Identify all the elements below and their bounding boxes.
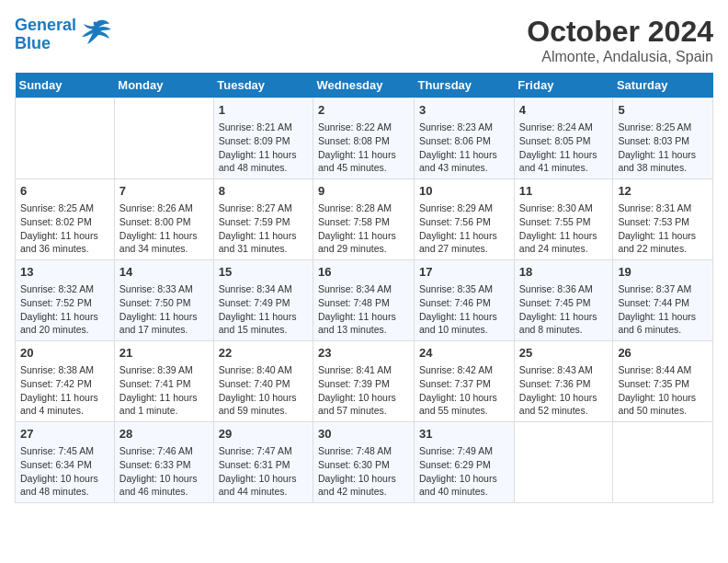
daylight: Daylight: 11 hours and 38 minutes. — [618, 149, 696, 174]
daylight: Daylight: 10 hours and 52 minutes. — [519, 392, 597, 417]
sunset: Sunset: 7:45 PM — [519, 297, 591, 308]
daylight: Daylight: 11 hours and 10 minutes. — [419, 311, 497, 336]
sunset: Sunset: 8:06 PM — [419, 135, 491, 146]
calendar-cell: 11 Sunrise: 8:30 AM Sunset: 7:55 PM Dayl… — [514, 179, 613, 260]
day-number: 6 — [20, 183, 109, 200]
sunrise: Sunrise: 8:34 AM — [318, 283, 392, 294]
sunset: Sunset: 8:08 PM — [318, 135, 390, 146]
day-number: 26 — [618, 345, 708, 362]
calendar-cell: 23 Sunrise: 8:41 AM Sunset: 7:39 PM Dayl… — [313, 341, 415, 422]
sunset: Sunset: 7:44 PM — [618, 297, 689, 308]
calendar-table: SundayMondayTuesdayWednesdayThursdayFrid… — [15, 73, 713, 503]
sunset: Sunset: 7:40 PM — [219, 378, 290, 389]
sunrise: Sunrise: 8:33 AM — [119, 283, 193, 294]
sunrise: Sunrise: 8:24 AM — [519, 121, 593, 132]
calendar-cell: 6 Sunrise: 8:25 AM Sunset: 8:02 PM Dayli… — [16, 179, 115, 260]
sunset: Sunset: 6:31 PM — [219, 459, 290, 470]
sunset: Sunset: 7:49 PM — [219, 297, 290, 308]
daylight: Daylight: 11 hours and 15 minutes. — [219, 311, 297, 336]
sunrise: Sunrise: 8:38 AM — [20, 364, 94, 375]
sunrise: Sunrise: 8:25 AM — [618, 121, 691, 132]
sunset: Sunset: 7:46 PM — [419, 297, 491, 308]
sunrise: Sunrise: 7:49 AM — [419, 445, 493, 456]
day-number: 27 — [20, 426, 109, 442]
sunrise: Sunrise: 8:39 AM — [119, 364, 193, 375]
sunrise: Sunrise: 8:29 AM — [419, 202, 493, 213]
calendar-cell: 5 Sunrise: 8:25 AM Sunset: 8:03 PM Dayli… — [613, 98, 713, 179]
logo-text: GeneralBlue — [15, 17, 76, 53]
calendar-cell: 16 Sunrise: 8:34 AM Sunset: 7:48 PM Dayl… — [313, 260, 415, 341]
sunrise: Sunrise: 8:40 AM — [219, 364, 292, 375]
header-cell-sunday: Sunday — [16, 73, 115, 98]
header-cell-friday: Friday — [514, 73, 613, 98]
day-number: 20 — [20, 345, 109, 362]
calendar-cell: 8 Sunrise: 8:27 AM Sunset: 7:59 PM Dayli… — [213, 179, 313, 260]
day-number: 30 — [318, 426, 409, 442]
sunrise: Sunrise: 8:37 AM — [618, 283, 691, 294]
calendar-cell — [514, 422, 613, 503]
daylight: Daylight: 11 hours and 27 minutes. — [419, 230, 497, 255]
daylight: Daylight: 11 hours and 8 minutes. — [519, 311, 597, 336]
sunrise: Sunrise: 8:32 AM — [20, 283, 94, 294]
sunrise: Sunrise: 8:23 AM — [419, 121, 493, 132]
day-number: 12 — [618, 183, 708, 200]
page-subtitle: Almonte, Andalusia, Spain — [527, 49, 713, 65]
daylight: Daylight: 11 hours and 43 minutes. — [419, 149, 497, 174]
page-header: GeneralBlue October 2024 Almonte, Andalu… — [15, 15, 713, 65]
day-number: 2 — [318, 102, 409, 119]
day-number: 5 — [618, 102, 708, 119]
day-number: 19 — [618, 264, 708, 281]
header-cell-thursday: Thursday — [415, 73, 515, 98]
calendar-week-1: 1 Sunrise: 8:21 AM Sunset: 8:09 PM Dayli… — [16, 98, 713, 179]
daylight: Daylight: 11 hours and 6 minutes. — [618, 311, 696, 336]
title-block: October 2024 Almonte, Andalusia, Spain — [527, 15, 713, 65]
day-number: 31 — [419, 426, 509, 442]
calendar-cell: 20 Sunrise: 8:38 AM Sunset: 7:42 PM Dayl… — [16, 341, 115, 422]
day-number: 3 — [419, 102, 509, 119]
sunset: Sunset: 8:00 PM — [119, 216, 191, 227]
daylight: Daylight: 11 hours and 17 minutes. — [119, 311, 198, 336]
sunset: Sunset: 7:59 PM — [219, 216, 290, 227]
daylight: Daylight: 11 hours and 36 minutes. — [20, 230, 98, 255]
sunrise: Sunrise: 8:21 AM — [219, 121, 292, 132]
daylight: Daylight: 11 hours and 34 minutes. — [119, 230, 198, 255]
calendar-week-3: 13 Sunrise: 8:32 AM Sunset: 7:52 PM Dayl… — [16, 260, 713, 341]
daylight: Daylight: 10 hours and 55 minutes. — [419, 392, 497, 417]
calendar-cell: 26 Sunrise: 8:44 AM Sunset: 7:35 PM Dayl… — [613, 341, 713, 422]
sunset: Sunset: 7:41 PM — [119, 378, 191, 389]
sunrise: Sunrise: 8:22 AM — [318, 121, 392, 132]
sunset: Sunset: 7:50 PM — [119, 297, 191, 308]
calendar-week-5: 27 Sunrise: 7:45 AM Sunset: 6:34 PM Dayl… — [16, 422, 713, 503]
sunset: Sunset: 7:56 PM — [419, 216, 491, 227]
day-number: 7 — [119, 183, 209, 200]
day-number: 8 — [219, 183, 308, 200]
calendar-cell: 18 Sunrise: 8:36 AM Sunset: 7:45 PM Dayl… — [514, 260, 613, 341]
header-row: SundayMondayTuesdayWednesdayThursdayFrid… — [16, 73, 713, 98]
day-number: 17 — [419, 264, 509, 281]
daylight: Daylight: 11 hours and 1 minute. — [119, 392, 198, 417]
calendar-cell: 29 Sunrise: 7:47 AM Sunset: 6:31 PM Dayl… — [213, 422, 313, 503]
day-number: 16 — [318, 264, 409, 281]
calendar-cell: 3 Sunrise: 8:23 AM Sunset: 8:06 PM Dayli… — [415, 98, 515, 179]
calendar-cell: 17 Sunrise: 8:35 AM Sunset: 7:46 PM Dayl… — [415, 260, 515, 341]
calendar-cell: 22 Sunrise: 8:40 AM Sunset: 7:40 PM Dayl… — [213, 341, 313, 422]
sunrise: Sunrise: 7:46 AM — [119, 445, 193, 456]
header-cell-saturday: Saturday — [613, 73, 713, 98]
day-number: 13 — [20, 264, 109, 281]
sunset: Sunset: 6:30 PM — [318, 459, 390, 470]
daylight: Daylight: 11 hours and 4 minutes. — [20, 392, 98, 417]
sunrise: Sunrise: 8:31 AM — [618, 202, 691, 213]
sunrise: Sunrise: 8:43 AM — [519, 364, 593, 375]
sunset: Sunset: 7:48 PM — [318, 297, 390, 308]
daylight: Daylight: 10 hours and 57 minutes. — [318, 392, 396, 417]
page-title: October 2024 — [527, 15, 713, 49]
header-cell-tuesday: Tuesday — [213, 73, 313, 98]
calendar-week-2: 6 Sunrise: 8:25 AM Sunset: 8:02 PM Dayli… — [16, 179, 713, 260]
sunrise: Sunrise: 8:30 AM — [519, 202, 593, 213]
sunset: Sunset: 7:36 PM — [519, 378, 591, 389]
header-cell-wednesday: Wednesday — [313, 73, 415, 98]
day-number: 22 — [219, 345, 308, 362]
daylight: Daylight: 10 hours and 59 minutes. — [219, 392, 297, 417]
daylight: Daylight: 10 hours and 40 minutes. — [419, 473, 497, 498]
calendar-cell: 27 Sunrise: 7:45 AM Sunset: 6:34 PM Dayl… — [16, 422, 115, 503]
